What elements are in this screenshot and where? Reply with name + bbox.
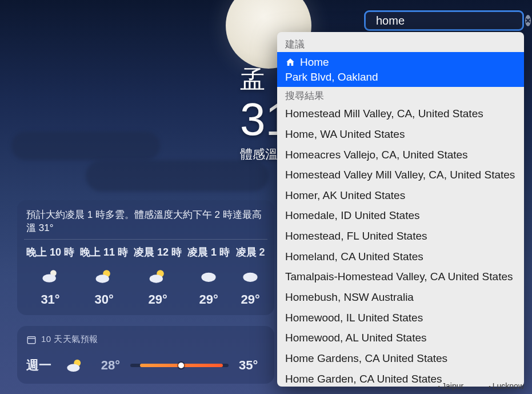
search-field[interactable] [364,10,524,31]
search-result-item[interactable]: Homeland, CA United States [277,246,524,267]
tenday-title: 10 天天氣預報 [41,334,98,345]
search-result-item[interactable]: Home, WA United States [277,124,524,145]
cloud-graphic [11,132,160,160]
weather-icon [235,265,265,288]
weather-icon [80,265,128,288]
hour-column: 晚上 11 時30° [80,245,128,307]
low-temp: 28° [95,358,120,373]
hour-temperature: 29° [187,292,230,307]
hour-label: 凌晨 2 [235,245,265,259]
map-label: Lucknow [489,381,524,391]
suggestion-title: Home [300,55,329,70]
hour-temperature: 29° [134,292,182,307]
svg-point-10 [67,364,79,372]
clear-search-button[interactable] [525,15,531,26]
search-suggestion-home[interactable]: Home Park Blvd, Oakland [277,52,524,87]
search-result-item[interactable]: Homedale, ID United States [277,205,524,226]
search-result-item[interactable]: Homestead Valley Mill Valley, CA, United… [277,165,524,185]
weather-icon [26,265,74,288]
weather-icon [65,355,85,376]
hour-temperature: 30° [80,292,128,307]
day-label: 週一 [26,357,55,374]
svg-point-3 [96,274,109,282]
search-result-item[interactable]: Homer, AK United States [277,185,524,206]
hour-label: 晚上 10 時 [26,245,74,259]
tenday-header: 10 天天氣預報 [26,334,265,345]
hour-label: 晚上 11 時 [80,245,128,259]
search-result-item[interactable]: Homestead Mill Valley, CA, United States [277,104,524,124]
calendar-icon [26,335,37,345]
svg-point-1 [43,274,56,282]
svg-point-7 [243,273,257,282]
search-result-item[interactable]: Homewood, IL United States [277,308,524,328]
svg-point-6 [201,273,215,282]
hour-label: 凌晨 12 時 [134,245,182,259]
temp-range-bar [130,364,229,367]
search-results-dropdown: 建議 Home Park Blvd, Oakland 搜尋結果 Homestea… [277,32,524,387]
search-result-item[interactable]: Homeacres Vallejo, CA, United States [277,145,524,165]
close-icon [525,18,531,23]
home-icon [285,57,295,67]
hour-column: 凌晨 229° [235,245,265,307]
search-result-item[interactable]: Homestead, FL United States [277,226,524,246]
hour-column: 凌晨 1 時29° [187,245,230,307]
hourly-list: 晚上 10 時31°晚上 11 時30°凌晨 12 時29°凌晨 1 時29°凌… [26,245,265,307]
search-result-item[interactable]: Homewood, AL United States [277,328,524,348]
high-temp: 35° [239,358,265,373]
weather-icon [134,265,182,288]
map-label: Jaipur [438,381,464,391]
hourly-forecast-panel: 預計大約凌晨 1 時多雲。體感溫度大約下午 2 時達最高溫 31° 晚上 10 … [17,200,274,315]
tenday-forecast-panel: 10 天天氣預報 週一28°35° [17,326,274,384]
tenday-row: 週一28°35° [26,355,265,376]
hour-label: 凌晨 1 時 [187,245,230,259]
svg-point-5 [150,274,163,282]
suggestion-subtitle: Park Blvd, Oakland [285,70,516,85]
search-result-item[interactable]: Homebush, NSW Australia [277,287,524,308]
results-section-label: 搜尋結果 [277,87,524,104]
forecast-summary: 預計大約凌晨 1 時多雲。體感溫度大約下午 2 時達最高溫 31° [26,208,265,234]
search-result-item[interactable]: Home Gardens, CA United States [277,348,524,369]
search-input[interactable] [376,14,521,27]
search-result-item[interactable]: Tamalpais-Homestead Valley, CA United St… [277,266,524,287]
hour-column: 凌晨 12 時29° [134,245,182,307]
search-container [364,10,524,31]
hour-temperature: 29° [235,292,265,307]
divider [24,239,267,240]
suggestions-section-label: 建議 [277,35,524,52]
map-city-labels: Jaipur Lucknow [438,381,524,391]
weather-icon [187,265,230,288]
svg-rect-8 [27,336,35,343]
cloud-graphic [86,160,269,192]
hour-column: 晚上 10 時31° [26,245,74,307]
hour-temperature: 31° [26,292,74,307]
